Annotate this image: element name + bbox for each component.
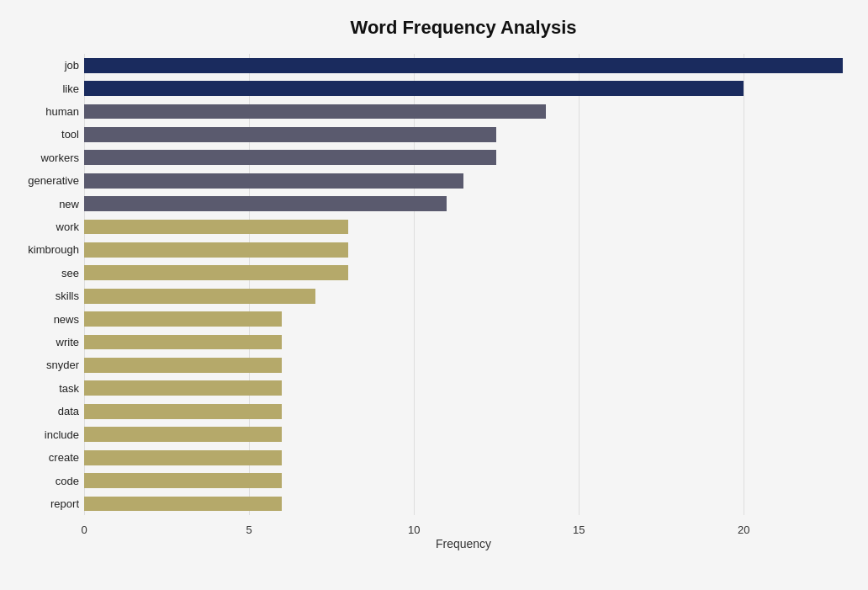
- bar-label: tool: [61, 128, 79, 141]
- bar-row: write: [84, 331, 843, 353]
- bar-row: workers: [84, 146, 843, 169]
- bar-label: like: [62, 82, 79, 95]
- bar: [84, 358, 282, 373]
- bar-row: task: [84, 377, 843, 400]
- bar-label: create: [49, 451, 79, 464]
- bar-row: create: [84, 446, 843, 469]
- bar-label: new: [59, 198, 79, 210]
- bar-label: human: [45, 105, 79, 118]
- bar-label: job: [65, 59, 79, 72]
- bar-row: kimbrough: [84, 238, 843, 261]
- bar-label: include: [45, 428, 79, 441]
- bar: [84, 404, 282, 419]
- bar: [84, 380, 282, 396]
- bar-row: generative: [84, 169, 843, 192]
- x-tick: 5: [246, 524, 251, 536]
- bar: [84, 335, 282, 350]
- bar-row: tool: [84, 123, 843, 146]
- x-tick: 10: [408, 524, 420, 536]
- bar-row: snyder: [84, 353, 843, 376]
- bar: [84, 450, 282, 465]
- bar: [84, 497, 282, 512]
- bar: [84, 289, 315, 304]
- bar-row: data: [84, 400, 843, 423]
- bar-label: code: [56, 475, 79, 487]
- chart-container: Word Frequency Analysis joblikehumantool…: [0, 0, 868, 590]
- bar: [84, 311, 282, 327]
- bar-row: human: [84, 100, 843, 123]
- bar-row: work: [84, 215, 843, 238]
- chart-area: joblikehumantoolworkersgenerativenewwork…: [84, 54, 843, 550]
- bar: [84, 127, 496, 142]
- bar-label: snyder: [46, 359, 79, 371]
- bar-label: workers: [40, 151, 79, 164]
- bar-row: see: [84, 262, 843, 284]
- bar-row: code: [84, 469, 843, 492]
- bar-row: new: [84, 192, 843, 215]
- bar-label: kimbrough: [28, 243, 79, 256]
- bar-label: write: [56, 336, 79, 348]
- bar-row: report: [84, 492, 843, 515]
- bar-row: like: [84, 77, 843, 99]
- bar: [84, 220, 348, 235]
- x-axis-label: Frequency: [84, 537, 843, 550]
- chart-title: Word Frequency Analysis: [84, 17, 843, 39]
- bar-label: report: [50, 497, 79, 510]
- bar: [84, 473, 282, 488]
- bar: [84, 242, 348, 258]
- bar-label: generative: [28, 174, 79, 187]
- bar: [84, 173, 463, 189]
- x-tick: 0: [81, 524, 87, 536]
- bar-label: news: [54, 313, 79, 326]
- bar-label: see: [61, 267, 79, 279]
- bar: [84, 58, 843, 73]
- x-tick: 15: [573, 524, 585, 536]
- bar-row: job: [84, 54, 843, 77]
- bar-label: data: [58, 405, 79, 417]
- bar: [84, 196, 447, 211]
- bar-row: news: [84, 307, 843, 330]
- bar: [84, 150, 496, 165]
- bar-label: skills: [56, 290, 79, 302]
- bar: [84, 104, 546, 120]
- bar: [84, 81, 744, 96]
- bar-label: task: [59, 382, 79, 395]
- bar: [84, 427, 282, 442]
- x-tick: 20: [738, 524, 749, 536]
- bar-label: work: [56, 221, 79, 233]
- bar: [84, 265, 348, 280]
- bar-row: include: [84, 423, 843, 446]
- bar-row: skills: [84, 284, 843, 307]
